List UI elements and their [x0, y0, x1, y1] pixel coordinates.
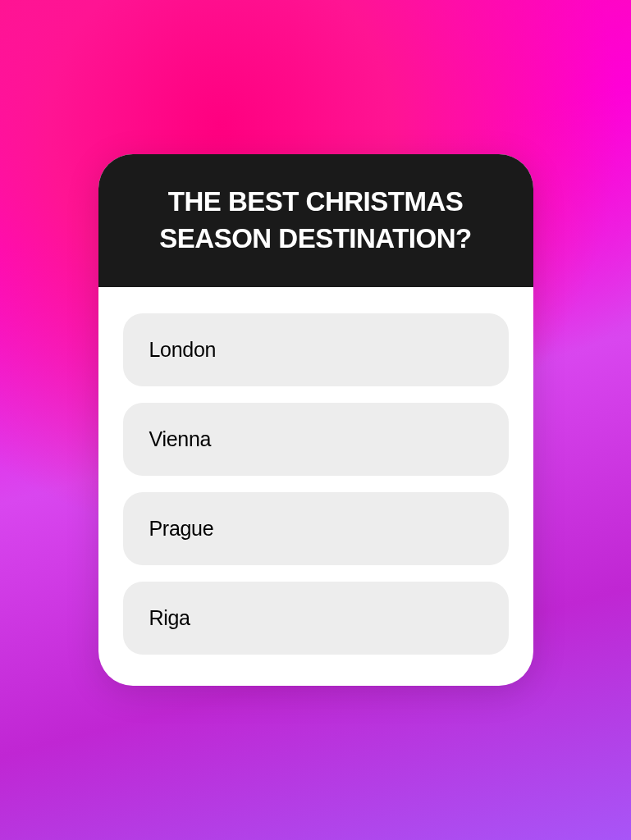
quiz-option-vienna[interactable]: Vienna	[123, 403, 509, 476]
quiz-option-label: Riga	[149, 606, 190, 629]
quiz-option-label: Vienna	[149, 427, 212, 450]
quiz-option-label: Prague	[149, 517, 214, 540]
quiz-option-label: London	[149, 338, 217, 361]
quiz-option-riga[interactable]: Riga	[123, 582, 509, 655]
quiz-header: THE BEST CHRISTMAS SEASON DESTINATION?	[98, 154, 533, 286]
quiz-options-list: London Vienna Prague Riga	[98, 287, 533, 686]
quiz-option-prague[interactable]: Prague	[123, 492, 509, 565]
quiz-question: THE BEST CHRISTMAS SEASON DESTINATION?	[123, 184, 509, 257]
quiz-card: THE BEST CHRISTMAS SEASON DESTINATION? L…	[98, 154, 533, 685]
quiz-option-london[interactable]: London	[123, 313, 509, 386]
